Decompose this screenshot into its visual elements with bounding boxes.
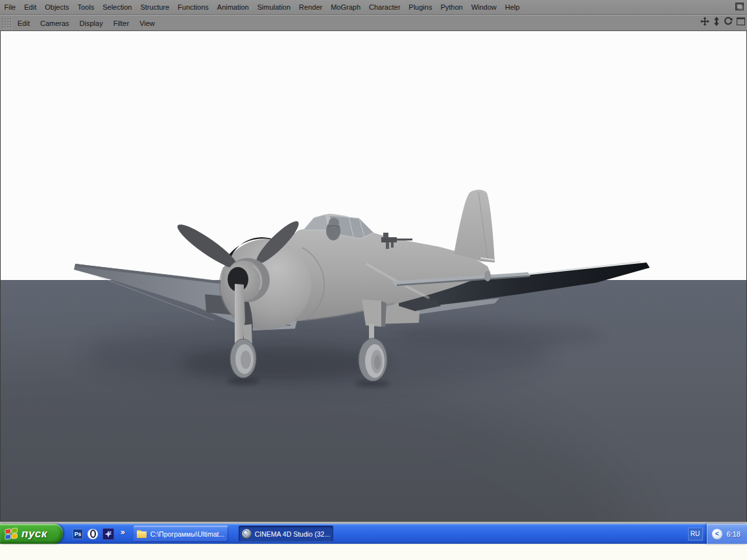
viewport-menu-cameras[interactable]: Cameras bbox=[35, 19, 75, 27]
desktop-strip bbox=[0, 544, 747, 560]
pan-icon[interactable] bbox=[713, 17, 720, 26]
menu-window[interactable]: Window bbox=[467, 3, 501, 11]
taskbar: пуск Ps » C:\Программы\Ultimat... CINEMA… bbox=[0, 524, 747, 544]
move-icon[interactable] bbox=[700, 17, 709, 26]
language-indicator[interactable]: RU bbox=[688, 528, 703, 541]
opera-icon[interactable] bbox=[88, 529, 98, 539]
menu-render[interactable]: Render bbox=[295, 3, 327, 11]
menu-edit[interactable]: Edit bbox=[20, 3, 41, 11]
start-button[interactable]: пуск bbox=[0, 524, 63, 544]
menu-objects[interactable]: Objects bbox=[41, 3, 73, 11]
toolbar-grip-icon[interactable] bbox=[2, 18, 12, 29]
main-menu-bar: File Edit Objects Tools Selection Struct… bbox=[0, 0, 747, 15]
menu-plugins[interactable]: Plugins bbox=[405, 3, 436, 11]
menu-mograph[interactable]: MoGraph bbox=[327, 3, 365, 11]
maximize-icon[interactable] bbox=[737, 18, 745, 25]
start-label: пуск bbox=[21, 528, 47, 541]
menu-python[interactable]: Python bbox=[436, 3, 467, 11]
taskbar-button-cinema4d[interactable]: CINEMA 4D Studio (32... bbox=[239, 526, 333, 542]
photoshop-label: Ps bbox=[75, 531, 81, 537]
taskbar-button-explorer[interactable]: C:\Программы\Ultimat... bbox=[134, 526, 228, 542]
windows-flag-icon bbox=[5, 528, 18, 540]
menu-structure[interactable]: Structure bbox=[136, 3, 174, 11]
folder-icon bbox=[137, 530, 147, 538]
airplane-render bbox=[1, 31, 746, 521]
taskbar-button-cinema4d-label: CINEMA 4D Studio (32... bbox=[255, 530, 330, 538]
taskbar-button-explorer-label: C:\Программы\Ultimat... bbox=[150, 530, 224, 538]
menu-character[interactable]: Character bbox=[365, 3, 405, 11]
viewport[interactable] bbox=[0, 31, 747, 521]
viewport-menu-view[interactable]: View bbox=[134, 19, 160, 27]
menu-file[interactable]: File bbox=[0, 3, 20, 11]
menu-tools[interactable]: Tools bbox=[73, 3, 99, 11]
menu-simulation[interactable]: Simulation bbox=[253, 3, 294, 11]
photoshop-icon[interactable]: Ps bbox=[73, 529, 83, 539]
rotate-icon[interactable] bbox=[724, 17, 733, 26]
cinema4d-icon bbox=[242, 529, 252, 539]
viewport-menu-display[interactable]: Display bbox=[75, 19, 108, 27]
menu-selection[interactable]: Selection bbox=[99, 3, 136, 11]
menu-help[interactable]: Help bbox=[501, 3, 524, 11]
clock: 6:18 bbox=[727, 530, 741, 538]
quick-launch: Ps » bbox=[73, 528, 125, 540]
tray-app-icon[interactable]: < bbox=[712, 529, 722, 539]
viewport-menu-bar: Edit Cameras Display Filter View bbox=[0, 15, 747, 31]
star-app-icon[interactable] bbox=[102, 528, 114, 540]
viewport-menu-filter[interactable]: Filter bbox=[108, 19, 134, 27]
menu-functions[interactable]: Functions bbox=[174, 3, 213, 11]
menu-animation[interactable]: Animation bbox=[213, 3, 253, 11]
cinema4d-window: File Edit Objects Tools Selection Struct… bbox=[0, 0, 747, 560]
overflow-chevron-icon[interactable]: » bbox=[121, 528, 125, 537]
system-tray: < 6:18 bbox=[707, 524, 747, 544]
viewport-menu-edit[interactable]: Edit bbox=[12, 19, 35, 27]
layout-panel-icon[interactable] bbox=[735, 3, 744, 10]
